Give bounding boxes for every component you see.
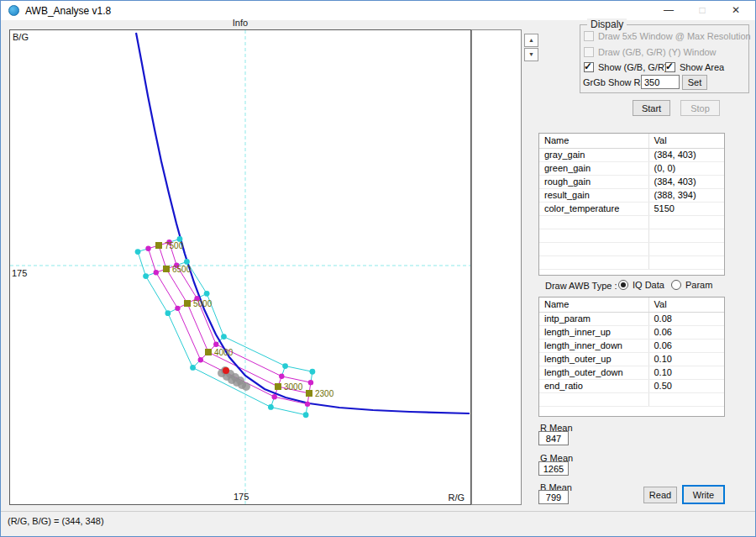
column-header-val: Val (648, 297, 724, 312)
status-coordinates: (R/G, B/G) = (344, 348) (8, 516, 104, 526)
table-row[interactable]: result_gain(388, 394) (539, 188, 724, 202)
cell-name (539, 215, 648, 229)
column-header-name: Name (539, 297, 648, 312)
table-header-row: Name Val (539, 134, 724, 148)
write-button[interactable]: Write (682, 485, 725, 504)
temperature-node (205, 349, 212, 355)
cell-name: length_outer_up (539, 352, 648, 366)
table-row[interactable]: length_outer_down0.10 (539, 366, 724, 379)
table-row[interactable]: rough_gain(384, 403) (539, 175, 724, 188)
set-button[interactable]: Set (682, 75, 707, 90)
table-row[interactable]: length_outer_up0.10 (539, 352, 724, 366)
temperature-node (184, 300, 191, 307)
cell-val: 0.06 (648, 325, 724, 339)
checkbox-box (584, 62, 594, 72)
inner-mesh-point (145, 246, 150, 251)
inner-mesh-point (175, 306, 180, 311)
x-axis-tick: 175 (234, 492, 249, 502)
cell-val (648, 215, 724, 229)
cell-val: 0.10 (648, 352, 724, 366)
cell-val: 0.08 (648, 312, 724, 325)
table-row[interactable] (539, 215, 724, 229)
param-table[interactable]: Name Val intp_param0.08length_inner_up0.… (538, 297, 725, 417)
side-list-panel[interactable] (471, 29, 522, 505)
checkbox-label: Show Area (680, 62, 724, 72)
table-row[interactable]: green_gain(0, 0) (539, 161, 724, 175)
table-row[interactable]: color_temperature5150 (539, 202, 724, 215)
stop-button[interactable]: Stop (680, 100, 720, 116)
inner-mesh-point (272, 394, 277, 399)
table-row[interactable]: length_inner_up0.06 (539, 325, 724, 339)
table-header-row: Name Val (539, 297, 724, 312)
table-row[interactable]: gray_gain(384, 403) (539, 148, 724, 161)
cell-val: 5150 (648, 202, 724, 215)
maximize-button[interactable]: □ (688, 1, 717, 20)
checkbox-label: Show (G/B, G/R) (598, 62, 668, 72)
grgb-range-input[interactable] (641, 75, 680, 89)
cell-name (539, 242, 648, 255)
checkbox-show-area[interactable]: Show Area (665, 62, 724, 72)
display-group-title: Dispaly (587, 18, 627, 30)
table-row[interactable] (539, 229, 724, 242)
cell-name (539, 392, 648, 406)
table-row[interactable] (539, 255, 724, 269)
cell-val (648, 255, 724, 269)
table-row[interactable] (539, 242, 724, 255)
inner-mesh-point (198, 357, 203, 362)
radio-iq-data[interactable]: IQ Data (618, 280, 664, 290)
cell-val: (0, 0) (648, 161, 724, 175)
cell-val: 0.50 (648, 379, 724, 392)
cell-val: (384, 403) (648, 175, 724, 188)
checkbox-box (584, 47, 594, 57)
checkbox-draw-5x5-window[interactable]: Draw 5x5 Window @ Max Resolution (584, 31, 751, 41)
inner-mesh-point (279, 374, 284, 379)
scroll-up-icon[interactable]: ▲ (524, 34, 538, 47)
inner-mesh-point (308, 380, 313, 385)
checkbox-box (665, 62, 675, 72)
cell-name: length_outer_down (539, 366, 648, 379)
close-button[interactable]: ✕ (722, 1, 750, 20)
minimize-button[interactable]: — (654, 1, 683, 20)
cell-name (539, 229, 648, 242)
start-button[interactable]: Start (633, 100, 670, 116)
radio-circle (671, 280, 681, 290)
cell-name: length_inner_up (539, 325, 648, 339)
table-row[interactable]: intp_param0.08 (539, 312, 724, 325)
sample-blob-point (236, 376, 244, 385)
outer-mesh-point (184, 259, 190, 265)
outer-mesh-point (143, 273, 149, 279)
table-row[interactable]: end_ratio0.50 (539, 379, 724, 392)
radio-label: IQ Data (633, 280, 664, 290)
table-row[interactable] (539, 392, 724, 406)
b-mean-input[interactable] (538, 490, 569, 504)
r-mean-input[interactable] (538, 431, 569, 445)
temperature-label: 6500 (172, 265, 192, 274)
outer-mesh-point (310, 369, 316, 375)
cell-val (648, 229, 724, 242)
cell-val (648, 242, 724, 255)
scroll-down-icon[interactable]: ▼ (524, 48, 538, 61)
radio-circle (618, 280, 628, 290)
table-row[interactable]: length_inner_down0.06 (539, 339, 724, 352)
cell-name: end_ratio (539, 379, 648, 392)
awb-plot-area[interactable]: 750065005000400030002300 B/G R/G 175 175 (9, 29, 471, 505)
outer-mesh-point (135, 249, 141, 255)
y-axis-tick: 175 (12, 268, 27, 278)
outer-mesh-point (282, 363, 288, 369)
plot-info-label: Info (9, 18, 471, 28)
temperature-label: 3000 (284, 382, 303, 392)
inner-mesh-point (213, 342, 218, 347)
temperature-node (306, 390, 312, 397)
cell-name: length_inner_down (539, 339, 648, 352)
cell-name: green_gain (539, 161, 648, 175)
gain-table[interactable]: Name Val gray_gain(384, 403)green_gain(0… (538, 133, 725, 276)
column-header-name: Name (539, 134, 648, 148)
cell-name: color_temperature (539, 202, 648, 215)
checkbox-draw-gb-gr-window[interactable]: Draw (G/B, G/R) (Y) Window (584, 47, 717, 57)
g-mean-input[interactable] (538, 461, 569, 476)
checkbox-show-gb-gr[interactable]: Show (G/B, G/R) (584, 62, 668, 72)
awb-plot-canvas[interactable]: 750065005000400030002300 (10, 30, 470, 504)
read-button[interactable]: Read (643, 487, 677, 503)
outer-mesh-point (221, 334, 227, 340)
radio-param[interactable]: Param (671, 280, 712, 290)
